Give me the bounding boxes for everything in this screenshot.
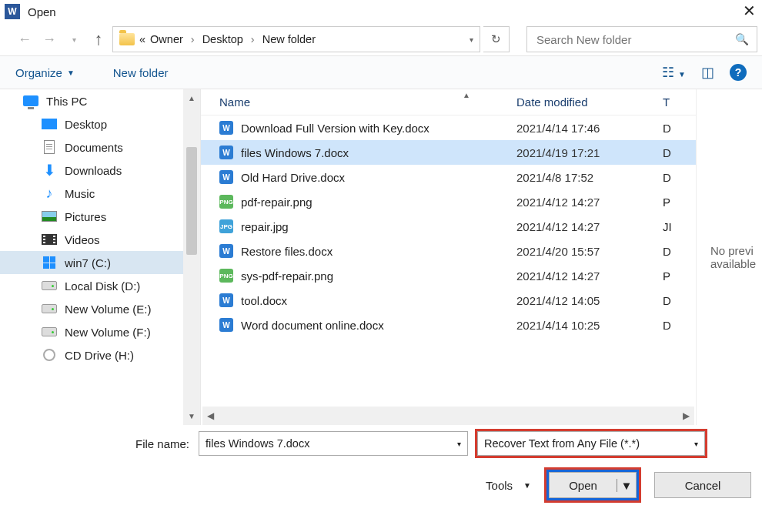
filter-value: Recover Text from Any File (*.*) bbox=[484, 437, 640, 450]
search-field[interactable] bbox=[535, 32, 735, 47]
forward-button[interactable]: → bbox=[38, 28, 60, 50]
file-row[interactable]: PNGpdf-repair.png2021/4/12 14:27P bbox=[201, 189, 696, 214]
help-icon[interactable]: ? bbox=[730, 64, 747, 81]
file-type-filter[interactable]: Recover Text from Any File (*.*) ▾ bbox=[477, 431, 705, 456]
crumb-owner[interactable]: Owner bbox=[150, 33, 183, 45]
sidebar-scrollbar[interactable]: ▲ ▼ bbox=[183, 89, 200, 425]
png-file-icon: PNG bbox=[219, 269, 233, 283]
sidebar-item-label: Videos bbox=[65, 233, 100, 246]
file-name: tool.docx bbox=[241, 294, 287, 307]
file-list: Name▲ Date modified T WDownload Full Ver… bbox=[200, 89, 696, 425]
sidebar-item-label: New Volume (E:) bbox=[65, 303, 152, 316]
search-input[interactable]: 🔍 bbox=[526, 26, 757, 52]
open-label[interactable]: Open bbox=[550, 479, 617, 492]
file-name: Old Hard Drive.docx bbox=[241, 171, 345, 184]
scroll-up-icon[interactable]: ▲ bbox=[188, 89, 196, 107]
sidebar-item-win7-c-[interactable]: win7 (C:) bbox=[0, 251, 183, 274]
sidebar-item-label: Desktop bbox=[65, 118, 107, 131]
file-row[interactable]: Wfiles Windows 7.docx2021/4/19 17:21D bbox=[201, 140, 696, 165]
close-icon[interactable]: ✕ bbox=[737, 0, 762, 22]
file-date: 2021/4/8 17:52 bbox=[516, 171, 663, 184]
chevron-down-icon[interactable]: ▾ bbox=[457, 440, 461, 448]
file-type: D bbox=[663, 171, 693, 184]
file-type: D bbox=[663, 245, 693, 258]
up-button[interactable]: ↑ bbox=[88, 28, 109, 50]
toolbar: Organize▼ New folder ☷ ▼ ◫ ? bbox=[0, 55, 762, 89]
filename-value: files Windows 7.docx bbox=[206, 437, 309, 450]
sidebar-item-new-volume-e-[interactable]: New Volume (E:) bbox=[0, 297, 183, 320]
view-options-icon[interactable]: ☷ ▼ bbox=[662, 64, 686, 81]
crumb-desktop[interactable]: Desktop bbox=[202, 33, 243, 45]
sidebar-item-music[interactable]: ♪Music bbox=[0, 182, 183, 205]
sidebar-item-label: CD Drive (H:) bbox=[65, 349, 134, 362]
open-button[interactable]: Open ▼ bbox=[549, 472, 637, 498]
sidebar-item-local-disk-d-[interactable]: Local Disk (D:) bbox=[0, 274, 183, 297]
recent-dropdown[interactable]: ▾ bbox=[63, 28, 85, 50]
file-row[interactable]: WRestore files.docx2021/4/20 15:57D bbox=[201, 239, 696, 263]
sidebar-item-downloads[interactable]: ⬇Downloads bbox=[0, 159, 183, 182]
sidebar-item-label: Documents bbox=[65, 141, 123, 154]
cancel-button[interactable]: Cancel bbox=[654, 472, 751, 498]
sidebar: This PCDesktopDocuments⬇Downloads♪MusicP… bbox=[0, 89, 183, 425]
chevron-down-icon[interactable]: ▾ bbox=[694, 440, 698, 448]
organize-button[interactable]: Organize▼ bbox=[15, 66, 75, 79]
sidebar-item-documents[interactable]: Documents bbox=[0, 136, 183, 159]
breadcrumb[interactable]: « Owner › Desktop › New folder ▾ bbox=[112, 26, 480, 52]
docx-file-icon: W bbox=[219, 121, 233, 135]
scroll-thumb[interactable] bbox=[186, 147, 197, 255]
sort-up-icon: ▲ bbox=[463, 91, 470, 99]
file-type: D bbox=[663, 122, 693, 135]
chevron-down-icon[interactable]: ▾ bbox=[470, 35, 473, 44]
file-date: 2021/4/12 14:05 bbox=[516, 294, 663, 307]
sidebar-item-this-pc[interactable]: This PC bbox=[0, 89, 183, 112]
file-name: Word document online.docx bbox=[241, 319, 384, 332]
preview-pane-icon[interactable]: ◫ bbox=[701, 64, 714, 81]
png-file-icon: PNG bbox=[219, 195, 233, 209]
sidebar-item-desktop[interactable]: Desktop bbox=[0, 112, 183, 136]
filename-input[interactable]: files Windows 7.docx ▾ bbox=[199, 431, 468, 456]
sidebar-item-cd-drive-h-[interactable]: CD Drive (H:) bbox=[0, 343, 183, 366]
column-date[interactable]: Date modified bbox=[516, 95, 663, 109]
new-folder-button[interactable]: New folder bbox=[113, 66, 169, 79]
sidebar-item-label: This PC bbox=[46, 95, 87, 108]
file-row[interactable]: PNGsys-pdf-repair.png2021/4/12 14:27P bbox=[201, 263, 696, 288]
column-type[interactable]: T bbox=[663, 95, 693, 109]
preview-text: No previ available bbox=[710, 244, 756, 270]
file-row[interactable]: JPGrepair.jpg2021/4/12 14:27JI bbox=[201, 214, 696, 239]
file-date: 2021/4/12 14:27 bbox=[516, 220, 663, 233]
scroll-right-icon: ▶ bbox=[683, 410, 690, 421]
file-type: P bbox=[663, 269, 693, 283]
preview-pane: No previ available bbox=[696, 89, 762, 425]
back-button[interactable]: ← bbox=[14, 28, 35, 50]
scroll-left-icon: ◀ bbox=[207, 410, 214, 421]
docx-file-icon: W bbox=[219, 293, 233, 307]
sidebar-item-label: New Volume (F:) bbox=[65, 326, 151, 339]
word-icon: W bbox=[5, 4, 20, 19]
horizontal-scrollbar[interactable]: ◀ ▶ bbox=[202, 407, 694, 425]
open-split-dropdown[interactable]: ▼ bbox=[617, 479, 636, 492]
file-row[interactable]: WDownload Full Version with Key.docx2021… bbox=[201, 115, 696, 140]
file-name: Restore files.docx bbox=[241, 245, 333, 258]
refresh-button[interactable]: ↻ bbox=[483, 26, 510, 52]
breadcrumb-prefix: « bbox=[139, 33, 145, 45]
scroll-down-icon[interactable]: ▼ bbox=[188, 407, 196, 425]
column-name[interactable]: Name▲ bbox=[201, 95, 516, 109]
file-list-header: Name▲ Date modified T bbox=[201, 89, 696, 115]
file-row[interactable]: WOld Hard Drive.docx2021/4/8 17:52D bbox=[201, 165, 696, 189]
sidebar-item-videos[interactable]: Videos bbox=[0, 228, 183, 251]
file-type: D bbox=[663, 294, 693, 307]
file-name: repair.jpg bbox=[241, 220, 289, 233]
file-date: 2021/4/12 14:27 bbox=[516, 196, 663, 209]
sidebar-item-new-volume-f-[interactable]: New Volume (F:) bbox=[0, 320, 183, 343]
chevron-right-icon: › bbox=[191, 33, 195, 45]
sidebar-item-pictures[interactable]: Pictures bbox=[0, 205, 183, 228]
file-row[interactable]: WWord document online.docx2021/4/14 10:2… bbox=[201, 313, 696, 337]
crumb-newfolder[interactable]: New folder bbox=[262, 33, 316, 45]
sidebar-item-label: Music bbox=[65, 187, 95, 200]
filename-label: File name: bbox=[135, 437, 189, 450]
file-row[interactable]: Wtool.docx2021/4/12 14:05D bbox=[201, 288, 696, 313]
file-type: D bbox=[663, 319, 693, 332]
docx-file-icon: W bbox=[219, 318, 233, 332]
tools-button[interactable]: Tools▼ bbox=[486, 479, 531, 492]
sidebar-item-label: Local Disk (D:) bbox=[65, 279, 140, 293]
